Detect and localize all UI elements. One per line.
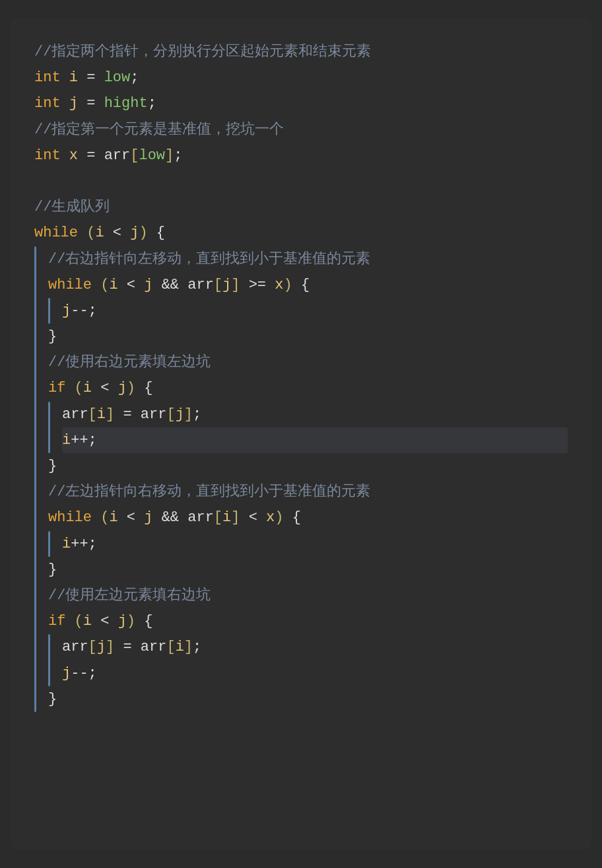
code-line-x: int x = arr [ low ] ; bbox=[34, 143, 568, 168]
comment-text-6: //左边指针向右移动，直到找到小于基准值的元素 bbox=[48, 480, 370, 503]
var-i: i bbox=[69, 66, 78, 89]
v-line-outer bbox=[34, 246, 36, 712]
comment-text-2: //指定第一个元素是基准值，挖坑一个 bbox=[34, 118, 284, 141]
comment-line-1: //指定两个指针，分别执行分区起始元素和结束元素 bbox=[34, 39, 568, 65]
close-if-1: } bbox=[48, 453, 568, 479]
if-2-body: arr [ j ] = arr [ i ] ; j bbox=[48, 634, 568, 686]
comment-line-5: //使用右边元素填左边坑 bbox=[48, 349, 568, 375]
blank-line-1 bbox=[34, 168, 568, 194]
arr-i-arrj: arr [ i ] = arr [ j ] ; bbox=[62, 402, 568, 427]
close-while-inner-2: } bbox=[48, 557, 568, 583]
v-line-inner-2 bbox=[48, 402, 50, 453]
keyword-int-j: int bbox=[34, 92, 61, 115]
comment-text-4: //右边指针向左移动，直到找到小于基准值的元素 bbox=[48, 248, 370, 271]
ipp-line-2: i ++; bbox=[62, 531, 568, 557]
keyword-if-2: if bbox=[48, 610, 65, 633]
comment-text-3: //生成队列 bbox=[34, 196, 110, 219]
v-line-inner-3 bbox=[48, 531, 50, 557]
close-if-2: } bbox=[48, 686, 568, 712]
keyword-int-x: int bbox=[34, 144, 61, 167]
comment-text-5: //使用右边元素填左边坑 bbox=[48, 351, 211, 374]
var-x: x bbox=[69, 144, 78, 167]
v-line-inner-4 bbox=[48, 634, 50, 686]
while-outer: while ( i < j ) { bbox=[34, 220, 568, 246]
code-line-j: int j = hight ; bbox=[34, 90, 568, 116]
outer-block-content: //右边指针向左移动，直到找到小于基准值的元素 while ( i < j &&… bbox=[48, 246, 568, 712]
code-line-i: int i = low ; bbox=[34, 65, 568, 90]
while-inner-2-body: i ++; bbox=[48, 531, 568, 557]
comment-line-7: //使用左边元素填右边坑 bbox=[48, 583, 568, 608]
if-2: if ( i < j ) { bbox=[48, 608, 568, 634]
keyword-while-1: while bbox=[34, 221, 78, 244]
keyword-while-2: while bbox=[48, 273, 92, 297]
keyword-while-3: while bbox=[48, 506, 92, 529]
comment-line-3: //生成队列 bbox=[34, 194, 568, 220]
if-1: if ( i < j ) { bbox=[48, 375, 568, 401]
arr-j-arri: arr [ j ] = arr [ i ] ; bbox=[62, 634, 568, 660]
v-line-inner-1 bbox=[48, 298, 50, 324]
while-inner-1: while ( i < j && arr [ j ] >= x ) { bbox=[48, 272, 568, 298]
var-j: j bbox=[69, 92, 78, 115]
close-while-inner-1: } bbox=[48, 324, 568, 349]
jmm-line-2: j --; bbox=[62, 661, 568, 686]
if-1-body: arr [ i ] = arr [ j ] ; i bbox=[48, 402, 568, 453]
comment-text-7: //使用左边元素填右边坑 bbox=[48, 584, 211, 607]
code-block: //指定两个指针，分别执行分区起始元素和结束元素 int i = low ; i… bbox=[34, 39, 568, 712]
comment-line-2: //指定第一个元素是基准值，挖坑一个 bbox=[34, 117, 568, 143]
keyword-int-i: int bbox=[34, 66, 61, 89]
while-inner-1-body: j --; bbox=[48, 298, 568, 324]
ipp-line: i ++; bbox=[62, 427, 568, 453]
val-hight: hight bbox=[104, 92, 148, 115]
comment-line-6: //左边指针向右移动，直到找到小于基准值的元素 bbox=[48, 479, 568, 505]
code-container: //指定两个指针，分别执行分区起始元素和结束元素 int i = low ; i… bbox=[11, 18, 591, 850]
comment-line-4: //右边指针向左移动，直到找到小于基准值的元素 bbox=[48, 246, 568, 272]
while-inner-2: while ( i < j && arr [ i ] < x ) { bbox=[48, 505, 568, 530]
outer-while-body: //右边指针向左移动，直到找到小于基准值的元素 while ( i < j &&… bbox=[34, 246, 568, 712]
val-low-2: low bbox=[139, 144, 165, 167]
jmm-line: j --; bbox=[62, 298, 568, 324]
keyword-if-1: if bbox=[48, 377, 65, 400]
arr-ref-1: arr bbox=[104, 144, 131, 167]
comment-text-1: //指定两个指针，分别执行分区起始元素和结束元素 bbox=[34, 40, 371, 63]
val-low: low bbox=[104, 66, 131, 89]
